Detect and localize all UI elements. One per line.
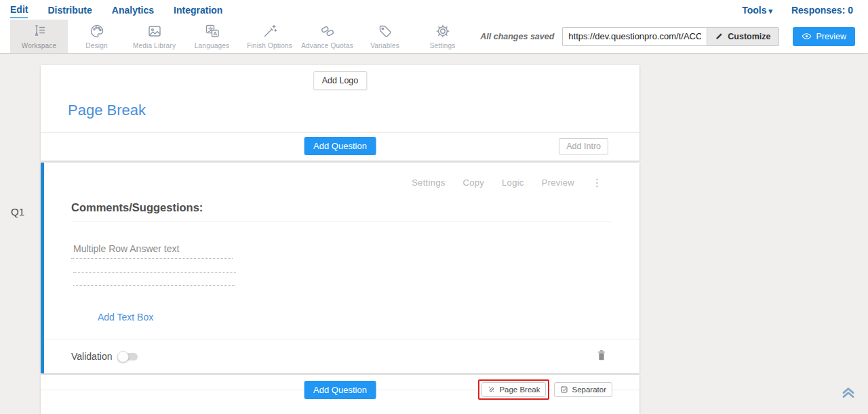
toolbar-right: All changes saved Customize Preview: [480, 20, 868, 53]
answer-row-1[interactable]: [71, 258, 233, 259]
toolbar-tab-finish-options[interactable]: Finish Options: [241, 20, 298, 53]
toolbar-tab-label: Workspace: [22, 42, 57, 49]
checkbox-icon: [560, 386, 568, 394]
top-navigation: Edit Distribute Analytics Integration To…: [0, 0, 868, 20]
page-break-title[interactable]: Page Break: [68, 102, 146, 119]
answer-row-2[interactable]: [73, 272, 236, 273]
section-divider: [41, 132, 639, 133]
toggle-knob: [117, 351, 129, 363]
question-footer: Validation: [44, 339, 639, 373]
question-title[interactable]: Comments/Suggestions:: [71, 201, 203, 214]
nav-tab-edit[interactable]: Edit: [10, 1, 28, 18]
design-palette-icon: [89, 23, 105, 39]
pencil-icon: [715, 32, 724, 41]
page-break-button[interactable]: Page Break: [481, 382, 546, 397]
nav-tab-distribute[interactable]: Distribute: [47, 2, 92, 18]
eye-icon: [802, 31, 812, 41]
tag-icon: [377, 23, 393, 39]
add-text-box-link[interactable]: Add Text Box: [98, 312, 153, 323]
delete-question-icon[interactable]: [596, 349, 607, 364]
save-status-text: All changes saved: [480, 32, 554, 41]
separator-button[interactable]: Separator: [554, 382, 612, 397]
nav-right: Tools▾ Responses: 0: [742, 2, 868, 18]
nav-tab-integration[interactable]: Integration: [174, 2, 222, 18]
toolbar-tab-media-library[interactable]: Media Library: [125, 20, 183, 53]
answer-row-3[interactable]: [73, 285, 235, 286]
question-menu: Settings Copy Logic Preview ⋮: [412, 178, 602, 188]
responses-count[interactable]: Responses: 0: [791, 2, 853, 18]
toolbar-tab-settings[interactable]: Settings: [414, 20, 471, 53]
chain-links-icon: [319, 23, 336, 39]
toolbar-tab-advance-quotas[interactable]: Advance Quotas: [298, 20, 356, 53]
question-preview-link[interactable]: Preview: [542, 178, 574, 188]
scroll-to-top-icon[interactable]: [840, 383, 857, 403]
svg-text:A: A: [213, 30, 216, 37]
toolbar-tab-workspace[interactable]: Workspace: [10, 20, 68, 53]
workspace-icon: [31, 23, 47, 39]
survey-url-input[interactable]: [562, 27, 707, 46]
editor-toolbar: Workspace Design Media Library 文A Langua…: [0, 20, 868, 54]
tools-menu[interactable]: Tools▾: [742, 2, 772, 18]
magic-wand-icon: [262, 23, 278, 39]
insert-controls: Page Break Separator: [478, 379, 612, 400]
caret-down-icon: ▾: [768, 7, 772, 15]
toolbar-tab-label: Variables: [370, 42, 399, 49]
toolbar-tab-label: Advance Quotas: [301, 42, 353, 49]
question-title-divider: [71, 221, 611, 222]
toolbar-tab-label: Media Library: [133, 42, 176, 49]
toolbar-tab-variables[interactable]: Variables: [356, 20, 414, 53]
survey-header-section: Add Logo Page Break Add Question Add Int…: [41, 65, 639, 161]
add-question-button-top[interactable]: Add Question: [304, 137, 376, 155]
question-copy-link[interactable]: Copy: [463, 178, 485, 188]
languages-translate-icon: 文A: [204, 23, 220, 39]
broken-link-icon: [488, 386, 496, 394]
add-intro-button[interactable]: Add Intro: [559, 138, 608, 154]
survey-workspace: Add Logo Page Break Add Question Add Int…: [0, 54, 868, 414]
question-number-label: Q1: [11, 206, 24, 218]
toolbar-tab-label: Settings: [430, 42, 456, 49]
nav-tab-analytics[interactable]: Analytics: [112, 2, 154, 18]
question-card: Settings Copy Logic Preview ⋮ Comments/S…: [41, 163, 639, 373]
page-break-highlight-box: Page Break: [478, 379, 549, 400]
toolbar-tab-label: Finish Options: [247, 42, 292, 49]
toolbar-tab-label: Languages: [195, 42, 229, 49]
customize-button[interactable]: Customize: [707, 27, 778, 46]
preview-button[interactable]: Preview: [793, 27, 855, 46]
add-question-button-bottom[interactable]: Add Question: [304, 381, 376, 399]
question-logic-link[interactable]: Logic: [502, 178, 524, 188]
more-options-icon[interactable]: ⋮: [592, 179, 602, 186]
answer-row-placeholder[interactable]: Multiple Row Answer text: [73, 243, 179, 254]
nav-tabs: Edit Distribute Analytics Integration: [0, 1, 222, 18]
validation-toggle[interactable]: [119, 353, 138, 360]
add-logo-button[interactable]: Add Logo: [313, 71, 368, 90]
validation-label: Validation: [71, 351, 112, 362]
toolbar-tab-design[interactable]: Design: [68, 20, 125, 53]
media-library-icon: [146, 23, 163, 39]
question-settings-link[interactable]: Settings: [412, 178, 445, 188]
toolbar-tab-languages[interactable]: 文A Languages: [183, 20, 241, 53]
gear-icon: [435, 23, 451, 39]
survey-url-group: Customize: [562, 27, 778, 46]
next-section-card: Add Question Page Break Separator: [41, 375, 639, 414]
toolbar-tab-label: Design: [85, 42, 107, 49]
